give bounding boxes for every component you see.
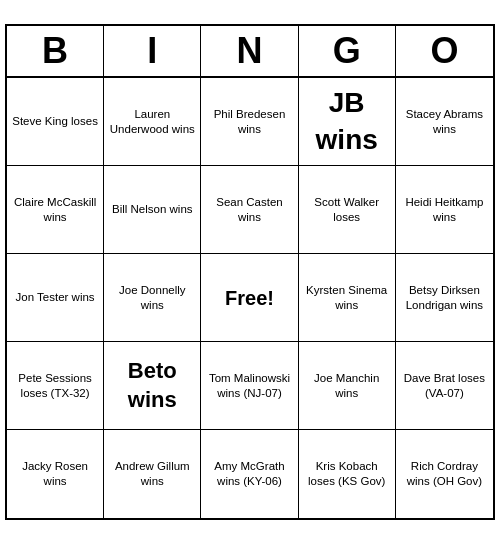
bingo-cell-2: Phil Bredesen wins bbox=[201, 78, 298, 166]
bingo-grid: Steve King losesLauren Underwood winsPhi… bbox=[7, 78, 493, 518]
bingo-cell-20: Jacky Rosen wins bbox=[7, 430, 104, 518]
bingo-cell-22: Amy McGrath wins (KY-06) bbox=[201, 430, 298, 518]
bingo-cell-18: Joe Manchin wins bbox=[299, 342, 396, 430]
bingo-cell-1: Lauren Underwood wins bbox=[104, 78, 201, 166]
header-letter-o: O bbox=[396, 26, 493, 76]
header-letter-b: B bbox=[7, 26, 104, 76]
bingo-header: BINGO bbox=[7, 26, 493, 78]
bingo-cell-7: Sean Casten wins bbox=[201, 166, 298, 254]
bingo-cell-15: Pete Sessions loses (TX-32) bbox=[7, 342, 104, 430]
bingo-cell-9: Heidi Heitkamp wins bbox=[396, 166, 493, 254]
bingo-cell-14: Betsy Dirksen Londrigan wins bbox=[396, 254, 493, 342]
bingo-cell-21: Andrew Gillum wins bbox=[104, 430, 201, 518]
bingo-cell-0: Steve King loses bbox=[7, 78, 104, 166]
bingo-cell-13: Kyrsten Sinema wins bbox=[299, 254, 396, 342]
bingo-cell-16: Beto wins bbox=[104, 342, 201, 430]
bingo-cell-11: Joe Donnelly wins bbox=[104, 254, 201, 342]
bingo-cell-23: Kris Kobach loses (KS Gov) bbox=[299, 430, 396, 518]
bingo-cell-10: Jon Tester wins bbox=[7, 254, 104, 342]
bingo-cell-3: JB wins bbox=[299, 78, 396, 166]
bingo-cell-12: Free! bbox=[201, 254, 298, 342]
bingo-cell-5: Claire McCaskill wins bbox=[7, 166, 104, 254]
bingo-cell-19: Dave Brat loses (VA-07) bbox=[396, 342, 493, 430]
bingo-cell-6: Bill Nelson wins bbox=[104, 166, 201, 254]
bingo-cell-17: Tom Malinowski wins (NJ-07) bbox=[201, 342, 298, 430]
header-letter-n: N bbox=[201, 26, 298, 76]
bingo-cell-4: Stacey Abrams wins bbox=[396, 78, 493, 166]
bingo-card: BINGO Steve King losesLauren Underwood w… bbox=[5, 24, 495, 520]
bingo-cell-8: Scott Walker loses bbox=[299, 166, 396, 254]
header-letter-i: I bbox=[104, 26, 201, 76]
header-letter-g: G bbox=[299, 26, 396, 76]
bingo-cell-24: Rich Cordray wins (OH Gov) bbox=[396, 430, 493, 518]
